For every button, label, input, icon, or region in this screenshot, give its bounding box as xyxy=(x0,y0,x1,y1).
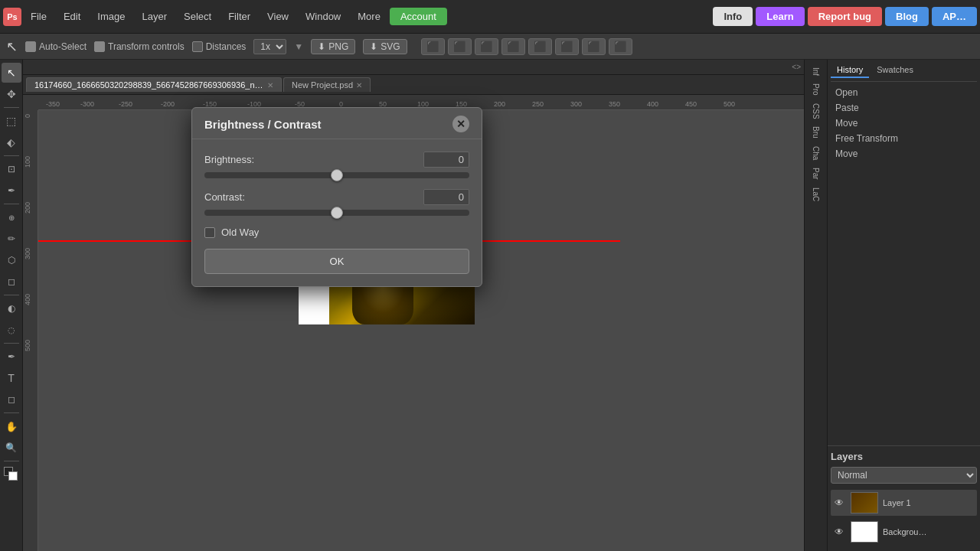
contrast-label-row: Contrast: xyxy=(204,189,469,205)
old-way-checkbox[interactable] xyxy=(204,227,215,238)
dialog-title-bar: Brightness / Contrast ✕ xyxy=(192,108,482,139)
dialog-body: Brightness: Contrast: Ol xyxy=(192,139,482,286)
brightness-row: Brightness: xyxy=(204,152,469,178)
dialog-close-button[interactable]: ✕ xyxy=(452,116,469,132)
contrast-track[interactable] xyxy=(204,210,469,216)
contrast-thumb[interactable] xyxy=(331,207,343,219)
brightness-label: Brightness: xyxy=(204,154,254,165)
dialog-overlay: Brightness / Contrast ✕ Brightness: Cont… xyxy=(0,0,980,551)
old-way-label: Old Way xyxy=(221,227,259,238)
contrast-label: Contrast: xyxy=(204,191,245,203)
brightness-track[interactable] xyxy=(204,172,469,178)
brightness-thumb[interactable] xyxy=(331,169,343,181)
brightness-value-input[interactable] xyxy=(423,152,469,168)
ok-button[interactable]: OK xyxy=(204,249,469,274)
old-way-row: Old Way xyxy=(204,227,469,238)
brightness-contrast-dialog: Brightness / Contrast ✕ Brightness: Cont… xyxy=(191,107,482,287)
contrast-row: Contrast: xyxy=(204,189,469,216)
contrast-value-input[interactable] xyxy=(423,189,469,205)
brightness-label-row: Brightness: xyxy=(204,152,469,168)
dialog-title: Brightness / Contrast xyxy=(204,118,322,131)
